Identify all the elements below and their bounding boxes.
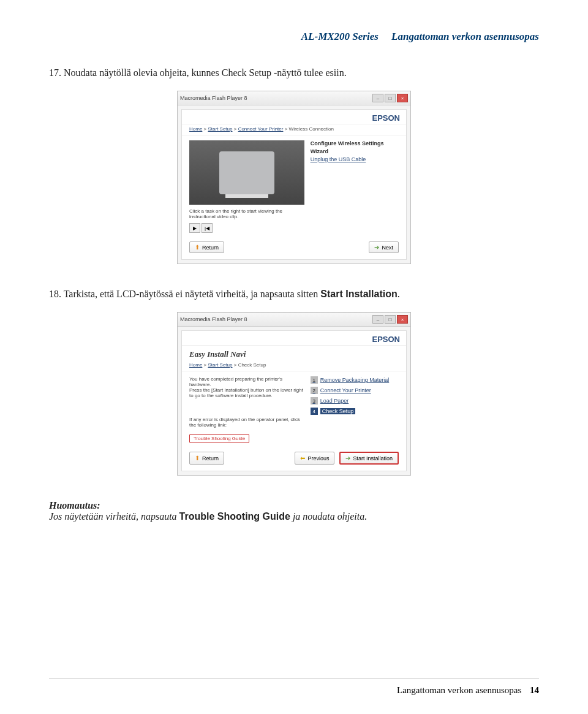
configure-heading: Configure Wireless Settings <box>311 140 399 146</box>
wizard-heading: Wizard <box>311 148 399 154</box>
window-titlebar: Macromedia Flash Player 8 – □ × <box>178 91 410 105</box>
trouble-shooting-guide-link[interactable]: Trouble Shooting Guide <box>189 434 249 443</box>
previous-button[interactable]: ⬅Previous <box>295 452 334 465</box>
window-titlebar: Macromedia Flash Player 8 – □ × <box>178 313 410 327</box>
start-arrow-icon: ➔ <box>345 455 350 461</box>
note-heading: Huomautus: <box>49 500 539 511</box>
crumb-start-setup[interactable]: Start Setup <box>208 126 232 132</box>
window-title: Macromedia Flash Player 8 <box>180 316 247 322</box>
close-button[interactable]: × <box>397 94 408 102</box>
step-18-text: 18. Tarkista, että LCD-näytössä ei näyte… <box>49 289 539 300</box>
minimize-button[interactable]: – <box>372 94 383 102</box>
next-arrow-icon: ➔ <box>374 244 379 251</box>
crumb-wireless: Wireless Connection <box>289 126 334 132</box>
crumb-home[interactable]: Home <box>189 126 202 132</box>
video-caption: Click a task on the right to start viewi… <box>189 208 304 219</box>
header-series: AL-MX200 Series <box>301 31 379 42</box>
window-buttons: – □ × <box>372 315 408 324</box>
step-item-3[interactable]: 3Load Paper <box>311 397 399 404</box>
header-guide: Langattoman verkon asennusopas <box>391 31 539 42</box>
printer-video-preview <box>189 140 304 205</box>
footer-text: Langattoman verkon asennusopas <box>397 685 521 695</box>
step-item-2[interactable]: 2Connect Your Printer <box>311 387 399 394</box>
next-button[interactable]: ➔Next <box>369 241 399 253</box>
window-title: Macromedia Flash Player 8 <box>180 95 247 101</box>
printer-illustration <box>219 151 274 194</box>
close-button[interactable]: × <box>397 315 408 324</box>
info-text-2: If any error is displayed on the operato… <box>189 417 304 428</box>
screenshot-check-setup-window: Macromedia Flash Player 8 – □ × EPSON Ea… <box>177 312 411 476</box>
crumb-connect[interactable]: Connect Your Printer <box>238 126 284 132</box>
breadcrumb: Home > Start Setup > Check Setup <box>182 360 406 371</box>
return-button[interactable]: ⬆Return <box>189 241 224 253</box>
info-text-1: You have completed preparing the printer… <box>189 376 304 413</box>
return-arrow-icon: ⬆ <box>195 244 200 251</box>
play-button[interactable]: ▶ <box>189 223 200 233</box>
navi-title: Easy Install Navi <box>182 346 406 360</box>
rewind-button[interactable]: |◀ <box>202 223 213 233</box>
note-body: Jos näytetään virheitä, napsauta Trouble… <box>49 511 539 522</box>
breadcrumb: Home > Start Setup > Connect Your Printe… <box>182 124 406 135</box>
crumb-home[interactable]: Home <box>189 362 202 368</box>
crumb-start-setup[interactable]: Start Setup <box>208 362 232 368</box>
crumb-check-setup: Check Setup <box>238 362 266 368</box>
start-installation-button[interactable]: ➔Start Installation <box>339 452 399 465</box>
step-item-1[interactable]: 1Remove Packaging Material <box>311 376 399 384</box>
page-number: 14 <box>530 685 539 695</box>
unplug-link[interactable]: Unplug the USB Cable <box>311 156 399 162</box>
step-item-4[interactable]: 4Check Setup <box>311 408 399 415</box>
maximize-button[interactable]: □ <box>385 315 396 324</box>
page-header: AL-MX200 Series Langattoman verkon asenn… <box>49 31 539 43</box>
page-footer: Langattoman verkon asennusopas 14 <box>49 678 539 696</box>
brand-logo: EPSON <box>182 331 406 346</box>
step-17-text: 17. Noudata näytöllä olevia ohjeita, kun… <box>49 67 539 78</box>
screenshot-wizard-window: Macromedia Flash Player 8 – □ × EPSON Ho… <box>177 91 411 264</box>
return-arrow-icon: ⬆ <box>195 455 200 461</box>
minimize-button[interactable]: – <box>372 315 383 324</box>
previous-arrow-icon: ⬅ <box>300 455 305 461</box>
window-buttons: – □ × <box>372 94 408 102</box>
brand-logo: EPSON <box>182 110 406 124</box>
maximize-button[interactable]: □ <box>385 94 396 102</box>
return-button[interactable]: ⬆Return <box>189 452 224 465</box>
